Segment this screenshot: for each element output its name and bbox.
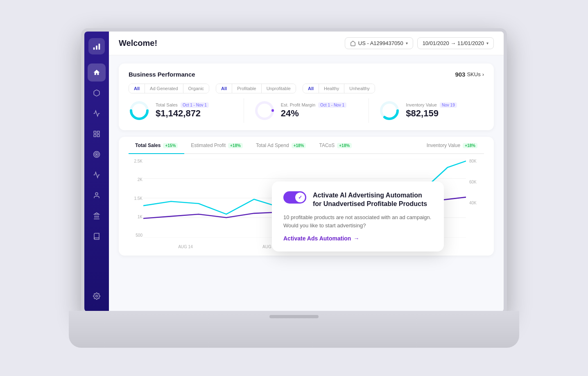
filter-tab-profitable[interactable]: Profitable [232,84,261,93]
business-performance-card: Business Performance 903 SKUs › All Ad G… [119,63,494,130]
chevron-right-icon: › [482,71,484,77]
popup-title: Activate AI Advertising Automation for U… [313,191,432,208]
skus-label: SKUs [467,71,480,77]
sidebar-item-home[interactable] [88,63,106,82]
svg-rect-0 [93,48,95,50]
svg-rect-1 [96,45,97,50]
metric-profit-margin: Est. Profit Margin Oct 1 - Nov 1 24% [254,98,359,123]
chart-tab-sales-badge: +15% [163,143,178,148]
donut-profit-margin [254,100,275,121]
chart-tab-inventory-value[interactable]: Inventory Value +18% [420,137,484,153]
chart-tab-tacos-badge: +18% [337,143,352,148]
sidebar-item-target[interactable] [88,145,106,163]
y-label-15k: 1.5K [129,196,142,201]
sidebar-item-wave[interactable] [88,166,106,184]
filter-tab-ad-generated[interactable]: Ad Generated [145,84,183,93]
chart-tab-inv-label: Inventory Value [427,143,461,148]
filter-tab-all-3[interactable]: All [303,84,319,93]
laptop-base [69,311,519,348]
filter-tab-unhealthy[interactable]: Unhealthy [344,84,375,93]
sidebar-item-box[interactable] [88,84,106,102]
laptop-screen: Welcome! US - A1299437050 ▾ 10/01/2020 →… [81,28,507,315]
filter-tab-all-2[interactable]: All [216,84,232,93]
chart-tab-profit-badge: +18% [228,143,243,148]
filter-tab-unprofitable[interactable]: Unprofitable [262,84,296,93]
svg-rect-6 [94,135,96,137]
svg-point-9 [96,154,97,155]
metrics-row: Total Sales Oct 1 - Nov 1 $1,142,872 [129,98,484,123]
chart-tab-total-ad-spend[interactable]: Total Ad Spend +18% [249,137,313,153]
svg-rect-5 [97,135,100,137]
metric-label-sales: Total Sales Oct 1 - Nov 1 [156,102,209,107]
metric-inventory: Inventory Value Nov 19 $82,159 [379,98,484,123]
chart-tab-inv-badge: +18% [463,143,477,148]
metric-divider-2 [369,98,369,123]
x-label-aug14: AUG 14 [178,245,193,249]
popup-cta-button[interactable]: Activate Ads Automation → [283,235,432,242]
y-right-40k: 40K [469,201,484,205]
popup-toggle-row: ✓ Activate AI Advertising Automation for… [283,191,432,208]
marketplace-value: US - A1299437050 [358,40,403,46]
filter-tab-all-1[interactable]: All [129,84,145,93]
svg-marker-16 [94,213,99,215]
y-right-80k: 80K [469,159,484,163]
skus-count: 903 [455,71,465,78]
sidebar-logo [88,38,105,54]
chart-tabs: Total Sales +15% Estimated Profit +18% T… [129,137,484,154]
filter-group-2: All Profitable Unprofitable [216,84,296,93]
date-range-value: 10/01/2020 → 11/01/2020 [423,40,484,46]
ai-toggle[interactable]: ✓ [283,191,306,204]
svg-point-8 [95,153,99,156]
header-controls: US - A1299437050 ▾ 10/01/2020 → 11/01/20… [345,37,494,49]
marketplace-selector[interactable]: US - A1299437050 ▾ [345,37,413,49]
svg-rect-4 [97,131,100,133]
ai-popup: ✓ Activate AI Advertising Automation for… [272,181,444,251]
chart-tab-estimated-profit[interactable]: Estimated Profit +18% [184,137,249,153]
skus-badge[interactable]: 903 SKUs › [455,71,484,78]
metric-divider-1 [244,98,244,123]
svg-rect-3 [94,131,96,133]
dashboard-body: Business Performance 903 SKUs › All Ad G… [109,55,504,312]
metric-date-margin: Oct 1 - Nov 1 [318,102,346,108]
y-label-2k: 2K [129,177,142,182]
sidebar-item-settings[interactable] [88,287,106,305]
metric-value-inventory: $82,159 [406,108,457,119]
filter-group-3: All Healthy Unhealthy [303,84,375,93]
popup-cta-label: Activate Ads Automation [283,235,351,242]
y-axis-right: 80K 60K 40K [468,159,484,238]
header: Welcome! US - A1299437050 ▾ 10/01/2020 →… [109,32,504,55]
main-content: Welcome! US - A1299437050 ▾ 10/01/2020 →… [109,32,504,312]
sidebar-item-bank[interactable] [88,207,106,225]
perf-header: Business Performance 903 SKUs › [129,71,484,78]
donut-total-sales [129,100,150,121]
metric-total-sales: Total Sales Oct 1 - Nov 1 $1,142,872 [129,98,234,123]
date-range-selector[interactable]: 10/01/2020 → 11/01/2020 ▾ [417,37,494,49]
metric-label-margin: Est. Profit Margin Oct 1 - Nov 1 [281,102,346,107]
chart-tab-sales-label: Total Sales [135,143,161,148]
filter-tab-organic[interactable]: Organic [183,84,209,93]
chart-tab-tacos-label: TACoS [319,143,335,148]
chart-tab-total-sales[interactable]: Total Sales +15% [129,137,184,153]
chart-tab-tacos[interactable]: TACoS +18% [312,137,358,153]
perf-title: Business Performance [129,71,195,78]
arrow-right-icon: → [353,235,359,242]
y-label-500: 500 [129,233,142,238]
filter-tabs: All Ad Generated Organic All Profitable … [129,84,484,93]
chart-tab-ad-label: Total Ad Spend [256,143,289,148]
metric-info-inventory: Inventory Value Nov 19 $82,159 [406,102,457,119]
y-axis-left: 2.5K 2K 1.5K 1K 500 [129,159,142,238]
sidebar [84,32,109,312]
svg-point-10 [95,193,98,195]
sidebar-item-chart[interactable] [88,104,106,122]
svg-point-20 [256,102,273,119]
metric-label-inventory: Inventory Value Nov 19 [406,102,457,107]
y-label-25k: 2.5K [129,159,142,163]
chevron-down-icon-2: ▾ [486,41,488,45]
sidebar-item-book[interactable] [88,227,106,245]
metric-info-margin: Est. Profit Margin Oct 1 - Nov 1 24% [281,102,346,119]
filter-tab-healthy[interactable]: Healthy [319,84,344,93]
chart-tab-ad-badge: +18% [292,143,306,148]
sidebar-item-grid[interactable] [88,125,106,143]
sidebar-item-user[interactable] [88,186,106,204]
donut-inventory [379,100,400,121]
